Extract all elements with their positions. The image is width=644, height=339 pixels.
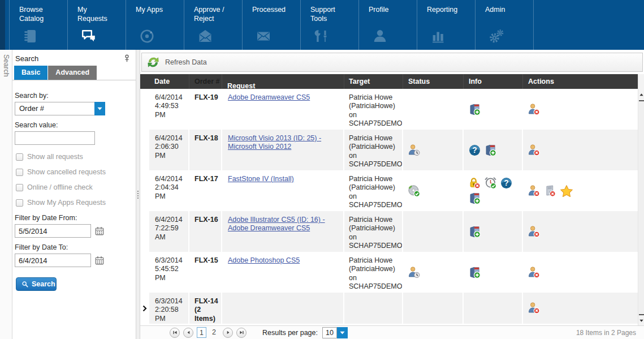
uninstall-computer-icon[interactable] bbox=[543, 184, 556, 198]
refresh-icon bbox=[146, 55, 161, 70]
search-tab-basic[interactable]: Basic bbox=[14, 66, 47, 80]
expand-cell[interactable] bbox=[140, 293, 149, 324]
search-value-input[interactable] bbox=[15, 131, 95, 145]
install-package-icon[interactable] bbox=[468, 103, 481, 116]
request-link[interactable]: Microsoft Visio 2013 (ID: 25) - Microsof… bbox=[228, 134, 321, 151]
nav-tab-my-apps[interactable]: My Apps bbox=[126, 0, 184, 50]
search-by-select[interactable]: Order # bbox=[15, 102, 105, 115]
column-header-target[interactable]: Target bbox=[344, 74, 403, 89]
calendar-icon[interactable] bbox=[94, 255, 105, 265]
scroll-down-icon[interactable] bbox=[639, 317, 644, 324]
order-number: FLX-14 (2 Items) bbox=[189, 293, 222, 324]
page-button-1[interactable]: 1 bbox=[197, 327, 206, 338]
refresh-data-button[interactable]: Refresh Data bbox=[146, 55, 207, 70]
question-icon[interactable]: ? bbox=[500, 177, 513, 190]
results-per-page-value[interactable]: 10 bbox=[322, 327, 337, 338]
checkbox-show-cancelled-requests[interactable]: Show cancelled requests bbox=[16, 168, 136, 176]
nav-tab-browse-catalog[interactable]: Browse Catalog bbox=[9, 0, 67, 50]
nav-tab-support-tools[interactable]: Support Tools bbox=[300, 0, 358, 50]
install-package-icon[interactable] bbox=[484, 144, 497, 157]
nav-tab-profile[interactable]: Profile bbox=[358, 0, 417, 50]
checkbox-show-all-requests[interactable]: Show all requests bbox=[16, 153, 136, 161]
scroll-up-icon[interactable] bbox=[639, 91, 644, 98]
cancel-request-icon[interactable] bbox=[528, 144, 541, 157]
cancel-request-icon[interactable] bbox=[528, 225, 541, 238]
checkbox-icon[interactable] bbox=[16, 153, 23, 161]
tools-icon bbox=[314, 28, 330, 44]
cancel-request-icon[interactable] bbox=[528, 266, 541, 279]
column-header-status[interactable]: Status bbox=[403, 74, 464, 89]
calendar-icon[interactable] bbox=[94, 226, 105, 236]
dropdown-arrow-icon[interactable] bbox=[337, 327, 348, 338]
search-dock-tab[interactable]: Search bbox=[2, 50, 10, 77]
last-page-button[interactable] bbox=[236, 328, 247, 338]
checkbox-show-my-apps-requests[interactable]: Show My Apps Requests bbox=[16, 199, 136, 207]
search-form: Search by: Order # Search value: Show al… bbox=[12, 80, 136, 291]
nav-tab-reporting[interactable]: Reporting bbox=[417, 0, 475, 50]
info-cell bbox=[464, 293, 523, 324]
info-cell bbox=[464, 252, 523, 293]
scrollbar-thumb[interactable] bbox=[639, 100, 644, 315]
pin-icon[interactable] bbox=[123, 54, 131, 63]
nav-tab-label: Profile bbox=[359, 0, 413, 14]
checkbox-label: Show cancelled requests bbox=[27, 168, 106, 176]
expand-cell bbox=[140, 130, 149, 170]
request-link[interactable]: FastStone IV (Install) bbox=[228, 175, 294, 183]
date-to-input[interactable] bbox=[15, 254, 91, 267]
cancel-request-icon[interactable] bbox=[528, 184, 541, 198]
nav-tab-admin[interactable]: Admin bbox=[475, 0, 533, 50]
search-value-label: Search value: bbox=[15, 121, 136, 129]
date-from-input[interactable] bbox=[15, 224, 91, 238]
table-row: 6/4/2014 2:04:34 PMFLX-17FastStone IV (I… bbox=[140, 170, 638, 211]
request-link[interactable]: Adobe Illustrator CS5 (ID: 16) - Adobe D… bbox=[228, 216, 325, 232]
cancel-request-icon[interactable] bbox=[528, 302, 541, 315]
install-package-icon[interactable] bbox=[468, 266, 481, 279]
request-link[interactable]: Adobe Dreamweaver CS5 bbox=[228, 93, 310, 101]
column-header-request[interactable]: Request bbox=[222, 74, 344, 89]
checkbox-label: Show My Apps Requests bbox=[27, 199, 106, 207]
cancel-request-icon[interactable] bbox=[528, 103, 541, 116]
question-icon[interactable]: ? bbox=[468, 144, 481, 157]
next-page-button[interactable] bbox=[223, 328, 233, 338]
requests-main: Refresh Data DateOrder #RequestTargetSta… bbox=[140, 50, 644, 339]
nav-tab-processed[interactable]: Processed bbox=[242, 0, 300, 50]
catalog-icon bbox=[23, 28, 38, 44]
nav-tab-my-requests[interactable]: My Requests bbox=[67, 0, 126, 50]
column-header-order[interactable]: Order # bbox=[189, 74, 222, 89]
request-date: 6/4/2014 2:04:34 PM bbox=[149, 170, 189, 211]
request-link[interactable]: Adobe Photoshop CS5 bbox=[228, 256, 300, 264]
svg-text:?: ? bbox=[472, 145, 477, 155]
order-number: FLX-17 bbox=[189, 170, 222, 211]
dropdown-arrow-icon[interactable] bbox=[94, 102, 105, 115]
search-dock-strip: Search bbox=[0, 50, 12, 339]
page-button-2[interactable]: 2 bbox=[209, 327, 219, 338]
star-icon[interactable] bbox=[559, 184, 574, 198]
target-cell: Patricia Howe (PatriciaHowe) on SCHAP75D… bbox=[344, 170, 403, 211]
splitter-grip-icon bbox=[137, 191, 139, 199]
search-tab-advanced[interactable]: Advanced bbox=[48, 66, 97, 80]
target-cell: Patricia Howe (PatriciaHowe) on SCHAP75D… bbox=[344, 211, 403, 252]
panel-splitter[interactable] bbox=[136, 50, 140, 339]
bar-chart-icon bbox=[430, 28, 446, 44]
column-header-date[interactable]: Date bbox=[149, 74, 189, 89]
column-header-actions[interactable]: Actions bbox=[523, 74, 638, 89]
previous-page-button[interactable] bbox=[183, 328, 193, 338]
checkbox-icon[interactable] bbox=[16, 184, 23, 191]
vertical-scrollbar[interactable] bbox=[638, 74, 644, 325]
install-package-icon[interactable] bbox=[468, 192, 481, 205]
first-page-button[interactable] bbox=[170, 328, 180, 338]
table-header-row: DateOrder #RequestTargetStatusInfoAction… bbox=[140, 74, 638, 89]
checkbox-icon[interactable] bbox=[16, 169, 23, 176]
checkbox-online-offline-check[interactable]: Online / offline check bbox=[16, 183, 136, 191]
install-package-icon[interactable] bbox=[468, 225, 481, 238]
search-button[interactable]: Search bbox=[16, 277, 57, 291]
request-date: 6/4/2014 2:06:30 PM bbox=[149, 130, 189, 170]
nav-tab-approve-reject[interactable]: Approve / Reject bbox=[184, 0, 242, 50]
column-header-info[interactable]: Info bbox=[464, 74, 523, 89]
license-lock-icon[interactable] bbox=[468, 177, 481, 190]
checkbox-icon[interactable] bbox=[16, 199, 23, 207]
grid-toolbar: Refresh Data bbox=[141, 53, 643, 72]
search-by-label: Search by: bbox=[15, 92, 136, 100]
clock-check-icon[interactable] bbox=[484, 177, 497, 190]
request-cell: Microsoft Visio 2013 (ID: 25) - Microsof… bbox=[222, 130, 344, 170]
